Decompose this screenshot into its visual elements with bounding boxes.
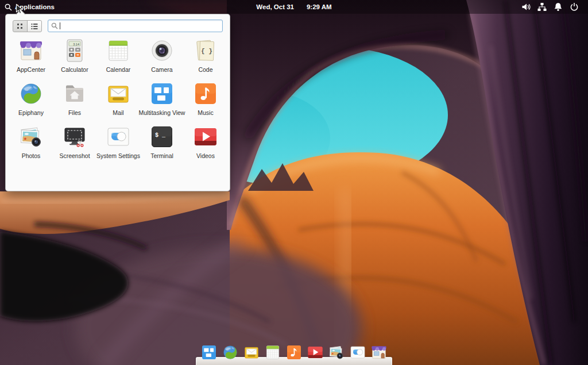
dock-item-photos[interactable] xyxy=(327,343,346,362)
applications-menu[interactable]: Applications xyxy=(0,3,55,11)
app-label: Photos xyxy=(22,152,41,159)
multitasking-icon xyxy=(200,343,218,362)
datetime[interactable]: Wed, Oct 31 9:29 AM xyxy=(0,3,588,10)
screenshot-icon xyxy=(61,123,88,151)
text-caret xyxy=(60,22,60,29)
photos-icon xyxy=(17,123,45,151)
notifications-indicator[interactable] xyxy=(550,0,566,14)
search-icon xyxy=(5,3,12,11)
app-grid: AppCenter Calculator Calendar Camera Cod… xyxy=(9,37,226,166)
dock xyxy=(196,343,392,365)
indicator-area xyxy=(518,0,588,14)
app-appcenter[interactable]: AppCenter xyxy=(17,37,45,80)
panel-time[interactable]: 9:29 AM xyxy=(307,3,332,10)
camera-icon xyxy=(148,37,176,64)
app-label: Files xyxy=(68,109,81,116)
app-camera[interactable]: Camera xyxy=(148,37,176,80)
app-music[interactable]: Music xyxy=(192,80,219,123)
power-icon xyxy=(570,2,579,11)
app-label: Terminal xyxy=(150,152,173,159)
dock-item-epiphany[interactable] xyxy=(221,343,239,362)
files-icon xyxy=(61,80,88,107)
applications-popover: AppCenter Calculator Calendar Camera Cod… xyxy=(5,14,230,191)
category-view-icon xyxy=(30,22,38,30)
dock-item-mail[interactable] xyxy=(242,343,261,362)
settings-icon xyxy=(349,343,367,362)
app-label: Code xyxy=(198,66,212,73)
appcenter-icon xyxy=(370,343,388,362)
app-calendar[interactable]: Calendar xyxy=(105,37,132,80)
dock-item-multitasking-view[interactable] xyxy=(200,343,218,362)
app-code[interactable]: Code xyxy=(192,37,219,80)
app-multitasking-view[interactable]: Multitasking View xyxy=(139,80,185,123)
terminal-icon xyxy=(148,123,176,151)
app-label: Videos xyxy=(196,152,215,159)
volume-icon xyxy=(521,2,531,11)
settings-icon xyxy=(105,123,132,151)
app-files[interactable]: Files xyxy=(61,80,88,123)
network-indicator[interactable] xyxy=(534,0,550,14)
app-photos[interactable]: Photos xyxy=(17,123,45,166)
app-label: Multitasking View xyxy=(139,109,185,116)
appcenter-icon xyxy=(17,37,45,64)
app-videos[interactable]: Videos xyxy=(192,123,219,166)
view-toggle xyxy=(13,20,42,32)
app-label: AppCenter xyxy=(17,66,45,73)
app-label: Mail xyxy=(113,109,123,116)
app-mail[interactable]: Mail xyxy=(105,80,132,123)
dock-item-videos[interactable] xyxy=(306,343,324,362)
network-icon xyxy=(537,2,547,11)
top-panel: Applications Wed, Oct 31 9:29 AM xyxy=(0,0,588,14)
calendar-icon xyxy=(264,343,282,362)
category-view-button[interactable] xyxy=(27,20,42,32)
dock-item-calendar[interactable] xyxy=(264,343,282,362)
app-terminal[interactable]: Terminal xyxy=(148,123,176,166)
mail-icon xyxy=(105,80,132,107)
panel-date[interactable]: Wed, Oct 31 xyxy=(256,3,294,10)
videos-icon xyxy=(192,123,219,151)
app-system-settings[interactable]: System Settings xyxy=(96,123,140,166)
app-label: Music xyxy=(198,109,213,116)
power-indicator[interactable] xyxy=(566,0,582,14)
music-icon xyxy=(192,80,219,107)
photos-icon xyxy=(327,343,346,362)
app-label: Calculator xyxy=(61,66,88,73)
search-field[interactable] xyxy=(48,20,223,32)
grid-view-button[interactable] xyxy=(13,20,28,32)
videos-icon xyxy=(306,343,324,362)
epiphany-icon xyxy=(221,343,239,362)
app-calculator[interactable]: Calculator xyxy=(61,37,88,80)
grid-view-icon xyxy=(16,22,24,30)
dock-item-music[interactable] xyxy=(285,343,303,362)
epiphany-icon xyxy=(17,80,45,107)
app-label: Epiphany xyxy=(18,109,44,116)
mail-icon xyxy=(242,343,261,362)
app-label: Calendar xyxy=(106,66,131,73)
app-label: System Settings xyxy=(96,152,140,159)
app-epiphany[interactable]: Epiphany xyxy=(17,80,45,123)
app-label: Camera xyxy=(151,66,172,73)
search-icon xyxy=(51,22,58,29)
app-screenshot[interactable]: Screenshot xyxy=(59,123,90,166)
calendar-icon xyxy=(105,37,132,64)
music-icon xyxy=(285,343,303,362)
search-input[interactable] xyxy=(62,22,219,29)
app-label: Screenshot xyxy=(59,152,90,159)
dock-item-appcenter[interactable] xyxy=(370,343,388,362)
dock-item-system-settings[interactable] xyxy=(349,343,367,362)
multitasking-icon xyxy=(148,80,176,107)
volume-indicator[interactable] xyxy=(518,0,534,14)
bell-icon xyxy=(554,2,563,11)
code-icon xyxy=(192,37,219,64)
calculator-icon xyxy=(61,37,88,64)
